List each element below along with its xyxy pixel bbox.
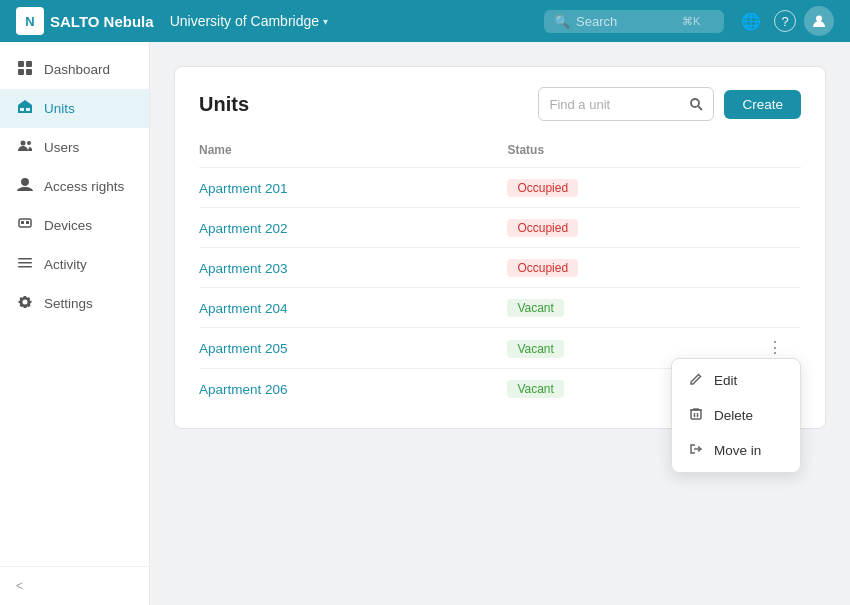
cell-unit-name: Apartment 203 bbox=[199, 248, 507, 288]
col-header-name: Name bbox=[199, 137, 507, 168]
edit-label: Edit bbox=[714, 373, 737, 388]
user-avatar-button[interactable] bbox=[804, 6, 834, 36]
sidebar-nav: Dashboard Units Users Access rights bbox=[0, 42, 149, 566]
cell-row-actions bbox=[761, 208, 801, 248]
svg-point-13 bbox=[691, 99, 699, 107]
org-selector[interactable]: University of Cambridge ▾ bbox=[170, 13, 328, 29]
svg-rect-7 bbox=[19, 219, 31, 227]
unit-link[interactable]: Apartment 201 bbox=[199, 181, 288, 196]
sidebar-label-activity: Activity bbox=[44, 257, 87, 272]
table-row: Apartment 202 Occupied bbox=[199, 208, 801, 248]
svg-rect-2 bbox=[26, 61, 32, 67]
svg-rect-12 bbox=[18, 266, 32, 268]
cell-row-actions bbox=[761, 248, 801, 288]
access-rights-icon bbox=[16, 177, 34, 196]
cell-row-actions bbox=[761, 168, 801, 208]
search-icon: 🔍 bbox=[554, 14, 570, 29]
topnav-logo: N SALTO Nebula bbox=[16, 7, 154, 35]
sidebar-item-devices[interactable]: Devices bbox=[0, 206, 149, 245]
edit-icon bbox=[688, 372, 704, 389]
unit-link[interactable]: Apartment 203 bbox=[199, 261, 288, 276]
cell-unit-status: Occupied bbox=[507, 208, 761, 248]
search-bar: 🔍 ⌘K bbox=[544, 10, 724, 33]
svg-rect-15 bbox=[691, 410, 701, 419]
svg-rect-11 bbox=[18, 262, 32, 264]
find-unit-search bbox=[538, 87, 714, 121]
search-input[interactable] bbox=[576, 14, 676, 29]
create-unit-button[interactable]: Create bbox=[724, 90, 801, 119]
svg-point-0 bbox=[816, 16, 822, 22]
cell-unit-name: Apartment 202 bbox=[199, 208, 507, 248]
devices-icon bbox=[16, 216, 34, 235]
main-content: Units Create bbox=[150, 42, 850, 605]
svg-rect-8 bbox=[21, 221, 24, 224]
table-row: Apartment 201 Occupied bbox=[199, 168, 801, 208]
cell-unit-status: Occupied bbox=[507, 248, 761, 288]
cell-unit-name: Apartment 201 bbox=[199, 168, 507, 208]
status-badge: Vacant bbox=[507, 299, 563, 317]
cell-unit-status: Vacant bbox=[507, 288, 761, 328]
sidebar-item-access-rights[interactable]: Access rights bbox=[0, 167, 149, 206]
table-header-row: Name Status bbox=[199, 137, 801, 168]
svg-rect-10 bbox=[18, 258, 32, 260]
topnav: N SALTO Nebula University of Cambridge ▾… bbox=[0, 0, 850, 42]
globe-button[interactable]: 🌐 bbox=[736, 6, 766, 36]
dashboard-icon bbox=[16, 60, 34, 79]
help-button[interactable]: ? bbox=[774, 10, 796, 32]
sidebar-item-users[interactable]: Users bbox=[0, 128, 149, 167]
sidebar: Dashboard Units Users Access rights bbox=[0, 42, 150, 605]
user-icon bbox=[811, 13, 827, 29]
find-unit-search-button[interactable] bbox=[679, 88, 713, 120]
cell-unit-status: Occupied bbox=[507, 168, 761, 208]
unit-link[interactable]: Apartment 206 bbox=[199, 382, 288, 397]
svg-rect-4 bbox=[26, 69, 32, 75]
svg-rect-1 bbox=[18, 61, 24, 67]
users-icon bbox=[16, 138, 34, 157]
move-in-label: Move in bbox=[714, 443, 761, 458]
sidebar-label-units: Units bbox=[44, 101, 75, 116]
svg-point-6 bbox=[27, 141, 31, 145]
dropdown-move-in[interactable]: Move in bbox=[672, 433, 800, 468]
status-badge: Occupied bbox=[507, 179, 578, 197]
col-header-actions bbox=[761, 137, 801, 168]
collapse-icon: < bbox=[16, 579, 23, 593]
sidebar-label-dashboard: Dashboard bbox=[44, 62, 110, 77]
dropdown-edit[interactable]: Edit bbox=[672, 363, 800, 398]
sidebar-label-access-rights: Access rights bbox=[44, 179, 124, 194]
sidebar-item-activity[interactable]: Activity bbox=[0, 245, 149, 284]
unit-link[interactable]: Apartment 204 bbox=[199, 301, 288, 316]
status-badge: Vacant bbox=[507, 340, 563, 358]
dropdown-delete[interactable]: Delete bbox=[672, 398, 800, 433]
sidebar-item-dashboard[interactable]: Dashboard bbox=[0, 50, 149, 89]
sidebar-collapse-button[interactable]: < bbox=[0, 566, 149, 605]
sidebar-item-settings[interactable]: Settings bbox=[0, 284, 149, 323]
page-title: Units bbox=[199, 93, 249, 116]
units-page-container: Units Create bbox=[174, 66, 826, 429]
status-badge: Occupied bbox=[507, 259, 578, 277]
cell-row-actions: ⋮ Edit bbox=[761, 328, 801, 369]
org-name: University of Cambridge bbox=[170, 13, 319, 29]
sidebar-label-devices: Devices bbox=[44, 218, 92, 233]
unit-link[interactable]: Apartment 205 bbox=[199, 341, 288, 356]
app-layout: Dashboard Units Users Access rights bbox=[0, 42, 850, 605]
settings-icon bbox=[16, 294, 34, 313]
chevron-down-icon: ▾ bbox=[323, 16, 328, 27]
page-header: Units Create bbox=[199, 87, 801, 121]
svg-rect-9 bbox=[26, 221, 29, 224]
context-dropdown-menu: Edit Delete bbox=[671, 358, 801, 473]
cell-unit-name: Apartment 205 bbox=[199, 328, 507, 369]
page-header-right: Create bbox=[538, 87, 801, 121]
sidebar-label-users: Users bbox=[44, 140, 79, 155]
row-context-menu-button[interactable]: ⋮ bbox=[761, 338, 789, 358]
svg-line-14 bbox=[699, 107, 703, 111]
find-unit-input[interactable] bbox=[539, 97, 679, 112]
search-icon bbox=[689, 97, 703, 111]
cell-row-actions bbox=[761, 288, 801, 328]
col-header-status: Status bbox=[507, 137, 761, 168]
units-table: Name Status Apartment 201 Occupied Apart… bbox=[199, 137, 801, 408]
unit-link[interactable]: Apartment 202 bbox=[199, 221, 288, 236]
move-in-icon bbox=[688, 442, 704, 459]
sidebar-item-units[interactable]: Units bbox=[0, 89, 149, 128]
table-row: Apartment 204 Vacant bbox=[199, 288, 801, 328]
topnav-action-icons: 🌐 ? bbox=[736, 6, 834, 36]
